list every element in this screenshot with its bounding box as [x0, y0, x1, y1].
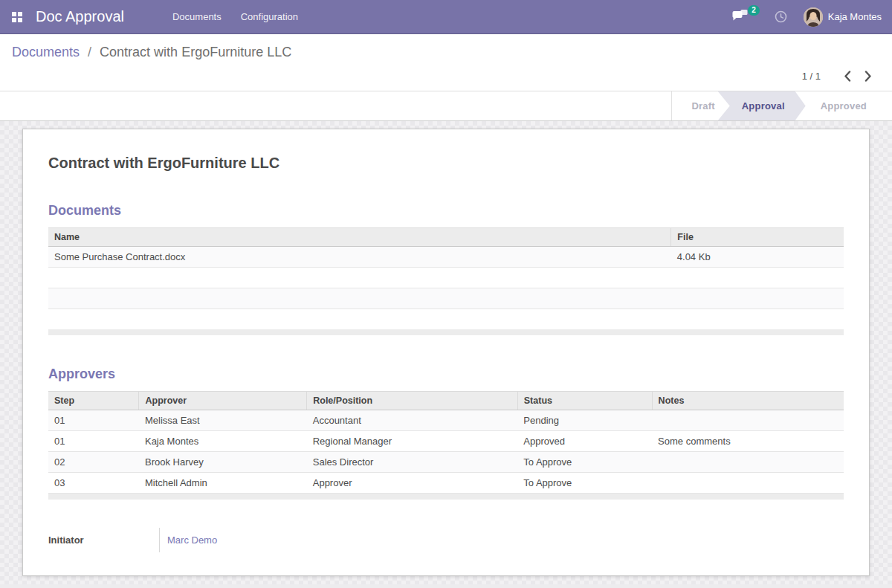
navbar-right: 2 Kaja Montes [732, 7, 892, 27]
documents-list-footer-strip [48, 329, 844, 335]
main-menu: DocumentsConfiguration [163, 0, 308, 33]
pager-value[interactable]: 1 / 1 [802, 71, 821, 82]
record-title: Contract with ErgoFurniture LLC [48, 155, 844, 172]
documents-section-heading: Documents [48, 203, 844, 219]
cell-step: 01 [48, 431, 139, 452]
breadcrumb-separator: / [88, 45, 91, 59]
cell-step: 03 [48, 473, 139, 494]
activities-button[interactable] [775, 10, 787, 23]
table-row[interactable]: 01Kaja MontesRegional ManagerApprovedSom… [48, 431, 844, 452]
documents-header-row: Name File [48, 228, 844, 247]
user-name: Kaja Montes [828, 11, 882, 22]
column-header-approver[interactable]: Approver [139, 392, 307, 410]
column-header-file[interactable]: File [671, 228, 844, 247]
documents-section: Documents Name File Some Purchase Contra… [48, 203, 844, 335]
documents-table: Name File Some Purchase Contract.docx4.0… [48, 227, 844, 329]
chat-icon [732, 9, 748, 22]
cell-role: Approver [307, 473, 518, 494]
cell-approver: Brook Harvey [139, 452, 307, 473]
approvers-section: Approvers Step Approver Role/Position St… [48, 366, 844, 500]
messages-badge: 2 [748, 5, 760, 16]
pager-next-button[interactable] [858, 71, 879, 82]
cell-status: To Approve [517, 473, 652, 494]
cell-status: Approved [517, 431, 652, 452]
empty-row [48, 309, 844, 330]
column-header-name[interactable]: Name [48, 228, 671, 247]
empty-row [48, 268, 844, 288]
avatar [804, 7, 823, 27]
cell-notes: Some comments [652, 431, 844, 452]
breadcrumb-current: Contract with ErgoFurniture LLC [100, 45, 291, 59]
breadcrumb: Documents / Contract with ErgoFurniture … [0, 34, 892, 60]
content-background: Contract with ErgoFurniture LLC Document… [0, 121, 892, 584]
table-row[interactable]: 02Brook HarveySales DirectorTo Approve [48, 452, 844, 473]
pager: 1 / 1 [0, 60, 892, 91]
statusbar: DraftApprovalApproved [0, 91, 892, 121]
form-sheet: Contract with ErgoFurniture LLC Document… [22, 129, 870, 576]
table-row[interactable]: Some Purchase Contract.docx4.04 Kb [48, 247, 844, 268]
chevron-right-icon [864, 71, 872, 82]
cell-approver: Melissa East [139, 410, 307, 431]
breadcrumb-parent-link[interactable]: Documents [12, 45, 80, 59]
empty-row [48, 288, 844, 309]
cell-approver: Mitchell Admin [139, 473, 307, 494]
clock-icon [775, 10, 787, 23]
empty-cell [48, 268, 671, 288]
cell-status: To Approve [517, 452, 652, 473]
approvers-list-footer-strip [48, 494, 844, 500]
initiator-link[interactable]: Marc Demo [167, 534, 217, 546]
table-row[interactable]: 01Melissa EastAccountantPending [48, 410, 844, 431]
menu-documents[interactable]: Documents [163, 0, 231, 33]
cell-role: Regional Manager [307, 431, 518, 452]
column-header-role-position[interactable]: Role/Position [307, 392, 518, 410]
cell-step: 01 [48, 410, 139, 431]
cell-approver: Kaja Montes [139, 431, 307, 452]
empty-cell [671, 288, 844, 309]
empty-cell [48, 288, 671, 309]
menu-configuration[interactable]: Configuration [231, 0, 308, 33]
column-header-status[interactable]: Status [517, 392, 652, 410]
cell-notes [652, 473, 844, 494]
messages-button[interactable]: 2 [732, 9, 758, 25]
cell-file: 4.04 Kb [671, 247, 844, 268]
apps-grid-icon [12, 12, 22, 22]
empty-cell [48, 309, 671, 330]
initiator-field: Initiator Marc Demo [48, 528, 844, 552]
initiator-value: Marc Demo [159, 528, 217, 552]
statusbar-steps: DraftApprovalApproved [671, 91, 892, 120]
empty-cell [671, 309, 844, 330]
statusbar-step-approved[interactable]: Approved [806, 91, 882, 120]
column-header-notes[interactable]: Notes [652, 392, 844, 410]
cell-name: Some Purchase Contract.docx [48, 247, 671, 268]
chevron-left-icon [844, 71, 851, 82]
approvers-table: Step Approver Role/Position Status Notes… [48, 391, 844, 494]
cell-status: Pending [517, 410, 652, 431]
cell-notes [652, 452, 844, 473]
control-panel: Documents / Contract with ErgoFurniture … [0, 34, 892, 91]
initiator-label: Initiator [48, 534, 159, 546]
cell-role: Sales Director [307, 452, 518, 473]
pager-previous-button[interactable] [837, 71, 858, 82]
empty-cell [671, 268, 844, 288]
user-menu[interactable]: Kaja Montes [804, 7, 882, 27]
approvers-section-heading: Approvers [48, 366, 844, 382]
app-window: Doc Approval DocumentsConfiguration 2 [0, 0, 892, 584]
top-navbar: Doc Approval DocumentsConfiguration 2 [0, 0, 892, 34]
statusbar-step-approval[interactable]: Approval [718, 91, 806, 120]
app-title[interactable]: Doc Approval [36, 8, 124, 25]
apps-menu-button[interactable] [0, 0, 34, 33]
cell-notes [652, 410, 844, 431]
cell-role: Accountant [307, 410, 518, 431]
column-header-step[interactable]: Step [48, 392, 139, 410]
approvers-header-row: Step Approver Role/Position Status Notes [48, 392, 844, 410]
cell-step: 02 [48, 452, 139, 473]
table-row[interactable]: 03Mitchell AdminApproverTo Approve [48, 473, 844, 494]
